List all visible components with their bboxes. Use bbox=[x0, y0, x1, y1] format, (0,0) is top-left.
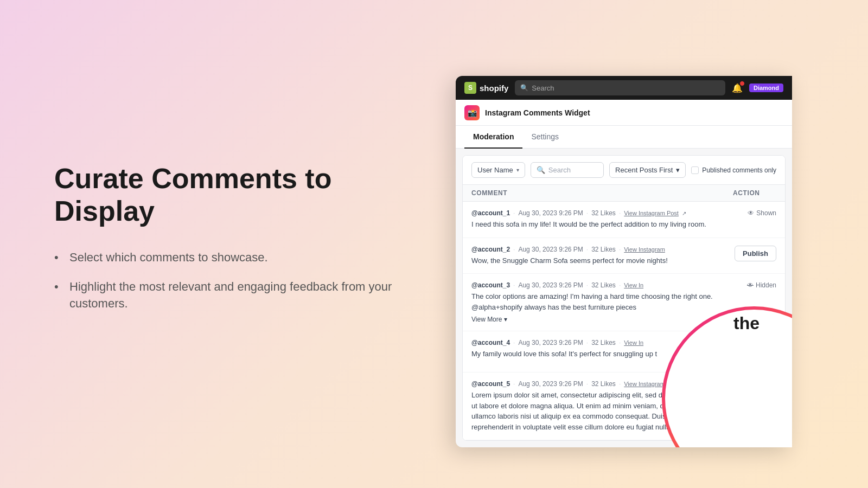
comment-meta: @account_3 · Aug 30, 2023 9:26 PM · 32 L… bbox=[471, 281, 733, 289]
diamond-badge: Diamond bbox=[749, 84, 783, 92]
comment-date: Aug 30, 2023 9:26 PM bbox=[518, 281, 583, 289]
notification-icon[interactable]: 🔔 bbox=[732, 83, 743, 93]
comment-likes: 32 Likes bbox=[591, 209, 616, 217]
user-name-filter[interactable]: User Name ▾ bbox=[471, 162, 525, 178]
action-col: Unpublish 👁 Shown bbox=[733, 339, 776, 364]
comment-text: I need this sofa in my life! It would be… bbox=[471, 219, 733, 230]
filters-row: User Name ▾ 🔍 Search Recent Posts First … bbox=[463, 156, 785, 185]
comment-account: @account_2 bbox=[471, 246, 510, 253]
action-col-header: Action bbox=[733, 189, 776, 197]
eye-hidden-icon: 👁 bbox=[747, 281, 754, 289]
comment-col-header: Comment bbox=[471, 189, 733, 197]
unpublish-button[interactable]: Unpublish bbox=[730, 339, 776, 355]
shown-status: 👁 Shown bbox=[748, 380, 776, 388]
comment-content: @account_5 · Aug 30, 2023 9:26 PM · 32 L… bbox=[471, 380, 733, 432]
comment-text: My family would love this sofa! It's per… bbox=[471, 349, 733, 359]
sort-chevron-icon: ▾ bbox=[676, 166, 680, 174]
eye-icon: 👁 bbox=[748, 380, 754, 388]
published-label: Published comments only bbox=[702, 166, 776, 174]
shopify-window: S shopify 🔍 Search 🔔 Diamond 📸 Instagram… bbox=[456, 76, 792, 447]
bullet-list: Select which comments to showcase. Highl… bbox=[54, 249, 401, 325]
topbar-right: 🔔 Diamond bbox=[732, 83, 783, 93]
comment-text: Lorem ipsum dolor sit amet, consectetur … bbox=[471, 390, 733, 432]
comment-likes: 32 Likes bbox=[591, 281, 616, 289]
comment-content: @account_3 · Aug 30, 2023 9:26 PM · 32 L… bbox=[471, 281, 733, 323]
comment-date: Aug 30, 2023 9:26 PM bbox=[518, 246, 583, 253]
comment-row: @account_2 · Aug 30, 2023 9:26 PM · 32 L… bbox=[463, 238, 785, 274]
comment-content: @account_2 · Aug 30, 2023 9:26 PM · 32 L… bbox=[471, 246, 733, 266]
action-col: 👁 Shown bbox=[733, 209, 776, 217]
tab-moderation[interactable]: Moderation bbox=[464, 126, 522, 149]
right-panel: S shopify 🔍 Search 🔔 Diamond 📸 Instagram… bbox=[456, 0, 868, 488]
instagram-post-link[interactable]: View Instagram Post bbox=[624, 210, 679, 216]
search-icon: 🔍 bbox=[537, 166, 545, 174]
action-col: 👁 Hidden bbox=[733, 281, 776, 289]
shopify-logo-text: shopify bbox=[480, 84, 508, 93]
left-panel: Curate Comments to Display Select which … bbox=[0, 0, 456, 488]
sort-select[interactable]: Recent Posts First ▾ bbox=[609, 162, 686, 178]
external-link-icon: ↗ bbox=[682, 210, 686, 216]
chevron-down-icon: ▾ bbox=[516, 167, 519, 173]
eye-icon: 👁 bbox=[748, 357, 754, 364]
shopify-logo: S shopify bbox=[464, 82, 508, 94]
user-name-label: User Name bbox=[477, 166, 513, 174]
hidden-status: 👁 Hidden bbox=[747, 281, 776, 289]
comment-row: @account_4 · Aug 30, 2023 9:26 PM · 32 L… bbox=[463, 331, 785, 373]
instagram-post-link[interactable]: View In bbox=[624, 339, 643, 346]
tabs-bar: Moderation Settings bbox=[456, 126, 792, 149]
eye-icon: 👁 bbox=[748, 209, 754, 217]
shown-status: 👁 Shown bbox=[748, 209, 776, 217]
comment-row: @account_5 · Aug 30, 2023 9:26 PM · 32 L… bbox=[463, 373, 785, 440]
instagram-post-link[interactable]: View In bbox=[624, 282, 643, 288]
shown-status: 👁 Shown bbox=[748, 357, 776, 364]
comment-text: Wow, the Snuggle Charm Sofa seems perfec… bbox=[471, 255, 733, 266]
shopify-logo-icon: S bbox=[464, 82, 476, 94]
comment-account: @account_4 bbox=[471, 339, 510, 346]
chevron-down-icon: ▾ bbox=[504, 316, 507, 323]
sort-label: Recent Posts First bbox=[615, 166, 673, 174]
comment-meta: @account_5 · Aug 30, 2023 9:26 PM · 32 L… bbox=[471, 380, 733, 388]
app-icon: 📸 bbox=[464, 105, 480, 120]
comment-content: @account_1 · Aug 30, 2023 9:26 PM · 32 L… bbox=[471, 209, 733, 230]
comment-date: Aug 30, 2023 9:26 PM bbox=[518, 209, 583, 217]
shopify-topbar: S shopify 🔍 Search 🔔 Diamond bbox=[456, 76, 792, 100]
comment-row: @account_3 · Aug 30, 2023 9:26 PM · 32 L… bbox=[463, 274, 785, 331]
comment-meta: @account_1 · Aug 30, 2023 9:26 PM · 32 L… bbox=[471, 209, 733, 217]
shopify-search-bar[interactable]: 🔍 Search bbox=[515, 80, 725, 95]
published-checkbox[interactable] bbox=[691, 166, 699, 174]
comment-likes: 32 Likes bbox=[591, 339, 616, 346]
search-icon: 🔍 bbox=[520, 84, 528, 92]
table-header: Comment Action bbox=[463, 185, 785, 202]
content-area: User Name ▾ 🔍 Search Recent Posts First … bbox=[462, 155, 786, 441]
comment-date: Aug 30, 2023 9:26 PM bbox=[518, 380, 583, 388]
search-filter-placeholder: Search bbox=[548, 166, 571, 174]
comment-account: @account_3 bbox=[471, 281, 510, 289]
comment-row: @account_1 · Aug 30, 2023 9:26 PM · 32 L… bbox=[463, 202, 785, 238]
page-title: Curate Comments to Display bbox=[54, 163, 401, 228]
app-title: Instagram Comments Widget bbox=[485, 108, 590, 117]
published-filter[interactable]: Published comments only bbox=[691, 166, 776, 174]
tab-settings[interactable]: Settings bbox=[522, 126, 567, 149]
action-col: 👁 Shown bbox=[733, 380, 776, 388]
view-more-label: View More bbox=[471, 316, 502, 323]
comment-text: The color options are amazing! I'm havin… bbox=[471, 291, 733, 312]
comment-likes: 32 Likes bbox=[591, 246, 616, 253]
publish-button[interactable]: Publish bbox=[735, 246, 776, 261]
bullet-item-2: Highlight the most relevant and engaging… bbox=[54, 279, 401, 312]
search-placeholder: Search bbox=[532, 84, 554, 92]
comment-meta: @account_4 · Aug 30, 2023 9:26 PM · 32 L… bbox=[471, 339, 733, 346]
comment-account: @account_5 bbox=[471, 380, 510, 388]
comment-likes: 32 Likes bbox=[591, 380, 616, 388]
comment-account: @account_1 bbox=[471, 209, 510, 217]
action-col: Publish bbox=[733, 246, 776, 261]
comment-meta: @account_2 · Aug 30, 2023 9:26 PM · 32 L… bbox=[471, 246, 733, 253]
view-more-button[interactable]: View More ▾ bbox=[471, 316, 733, 323]
app-header: 📸 Instagram Comments Widget bbox=[456, 100, 792, 126]
notification-badge bbox=[739, 81, 745, 86]
search-filter[interactable]: 🔍 Search bbox=[531, 162, 604, 178]
comment-content: @account_4 · Aug 30, 2023 9:26 PM · 32 L… bbox=[471, 339, 733, 359]
bullet-item-1: Select which comments to showcase. bbox=[54, 249, 401, 266]
comment-date: Aug 30, 2023 9:26 PM bbox=[518, 339, 583, 346]
instagram-post-link[interactable]: View Instagram bbox=[624, 381, 665, 387]
instagram-post-link[interactable]: View Instagram bbox=[624, 246, 665, 253]
